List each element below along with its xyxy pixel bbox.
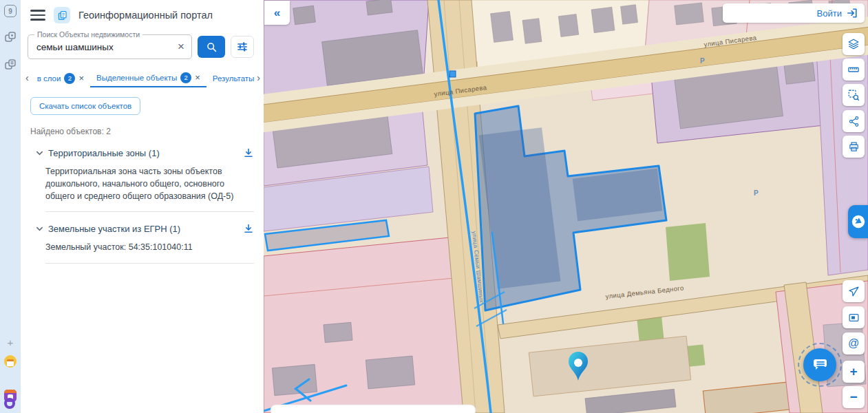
- group-land-parcels[interactable]: Земельные участки из ЕГРН (1): [30, 223, 254, 234]
- search-field-label: Поиск Объекты недвижимости: [34, 30, 142, 39]
- chevron-down-icon: [36, 149, 43, 157]
- sidebar-header: Геоинформационный портал: [21, 0, 264, 26]
- screen: 9 + Геоинформационный портал Поиск Объек…: [0, 0, 868, 413]
- add-panel-icon[interactable]: +: [4, 337, 17, 350]
- my-location-button[interactable]: [843, 280, 865, 302]
- tab-counter-icon[interactable]: 9: [4, 5, 17, 17]
- coordinates-button[interactable]: @: [843, 332, 865, 354]
- zone-description[interactable]: Территориальная зона часть зоны объектов…: [45, 165, 254, 202]
- map-area: улица Писарева улица Писарева улица Демь…: [264, 0, 868, 413]
- zoom-in-button[interactable]: +: [843, 361, 865, 383]
- parcel-number[interactable]: Земельный участок: 54:35:101040:11: [45, 241, 254, 253]
- tab-label: Результаты поиск: [213, 74, 255, 83]
- close-icon[interactable]: ×: [78, 73, 84, 83]
- collapse-sidebar-button[interactable]: «: [264, 1, 290, 25]
- share-icon: [848, 116, 860, 127]
- search-row: Поиск Объекты недвижимости ×: [21, 26, 264, 59]
- select-area-button[interactable]: [843, 84, 865, 106]
- chevron-down-icon: [36, 225, 43, 233]
- login-button[interactable]: Войти: [723, 3, 865, 23]
- overview-map-button[interactable]: [843, 306, 865, 328]
- browser-side-strip: 9 +: [0, 0, 21, 413]
- login-icon: [847, 8, 858, 19]
- download-list-button[interactable]: Скачать список объектов: [30, 97, 140, 115]
- ruler-icon: [847, 63, 860, 76]
- app-icon-ring[interactable]: [4, 398, 17, 410]
- tab-label: в слои: [37, 74, 61, 83]
- tab-badge: 2: [180, 72, 191, 83]
- windows-icon[interactable]: [4, 59, 17, 71]
- parking-label: P: [754, 189, 759, 197]
- panorama-icon: [851, 214, 866, 229]
- layers-icon: [847, 38, 860, 50]
- search-button[interactable]: [198, 36, 225, 58]
- minus-icon: −: [849, 390, 857, 405]
- download-icon[interactable]: [243, 223, 254, 234]
- tab-label: Выделенные объекты: [96, 74, 177, 82]
- chat-icon: [811, 356, 829, 374]
- layers-button[interactable]: [843, 33, 865, 55]
- search-field: Поиск Объекты недвижимости ×: [28, 34, 192, 59]
- login-label: Войти: [817, 8, 842, 19]
- tune-icon: [237, 41, 248, 52]
- map-attribution-bar: [271, 405, 476, 413]
- tab-groups-icon[interactable]: [4, 31, 17, 43]
- menu-icon[interactable]: [30, 10, 45, 21]
- at-icon: @: [848, 337, 859, 350]
- feedback-button[interactable]: [803, 348, 836, 381]
- tab-layers[interactable]: в слои 2 ×: [31, 69, 90, 87]
- divider: [45, 263, 254, 264]
- plus-icon: +: [849, 364, 857, 379]
- parking-label: P: [700, 57, 705, 65]
- search-input[interactable]: [28, 42, 176, 52]
- tabs-next-icon[interactable]: ›: [255, 69, 262, 87]
- navigate-icon: [848, 286, 860, 297]
- share-button[interactable]: [843, 110, 865, 132]
- group-title: Земельные участки из ЕГРН (1): [48, 224, 238, 234]
- close-icon[interactable]: ×: [195, 72, 200, 83]
- tab-badge: 2: [64, 73, 75, 84]
- print-button[interactable]: [843, 136, 865, 158]
- tab-selected-objects[interactable]: Выделенные объекты 2 ×: [90, 69, 207, 87]
- zoom-out-button[interactable]: −: [843, 386, 865, 408]
- select-area-icon: [847, 89, 860, 101]
- mini-map-icon: [848, 312, 860, 324]
- measure-button[interactable]: [843, 59, 865, 81]
- divider: [45, 211, 254, 212]
- app-logo-icon: [54, 7, 70, 23]
- app-icon-mail[interactable]: [4, 355, 17, 368]
- found-count-text: Найдено объектов: 2: [30, 127, 254, 136]
- clear-search-icon[interactable]: ×: [176, 40, 191, 54]
- group-territorial-zones[interactable]: Территориальные зоны (1): [30, 147, 254, 158]
- sidebar: Геоинформационный портал Поиск Объекты н…: [21, 0, 264, 413]
- filters-button[interactable]: [231, 36, 254, 58]
- page-title: Геоинформационный портал: [78, 10, 213, 21]
- tab-search-results[interactable]: Результаты поиск: [207, 69, 255, 87]
- panorama-button[interactable]: [848, 205, 868, 238]
- group-title: Территориальные зоны (1): [48, 148, 238, 158]
- map-canvas[interactable]: улица Писарева улица Писарева улица Демь…: [264, 0, 868, 413]
- print-icon: [848, 141, 860, 153]
- results-panel: Скачать список объектов Найдено объектов…: [21, 87, 264, 264]
- tabs-prev-icon[interactable]: ‹: [23, 69, 31, 87]
- tab-bar: ‹ в слои 2 × Выделенные объекты 2 × Резу…: [21, 69, 264, 87]
- search-icon: [206, 41, 218, 53]
- download-icon[interactable]: [243, 147, 254, 158]
